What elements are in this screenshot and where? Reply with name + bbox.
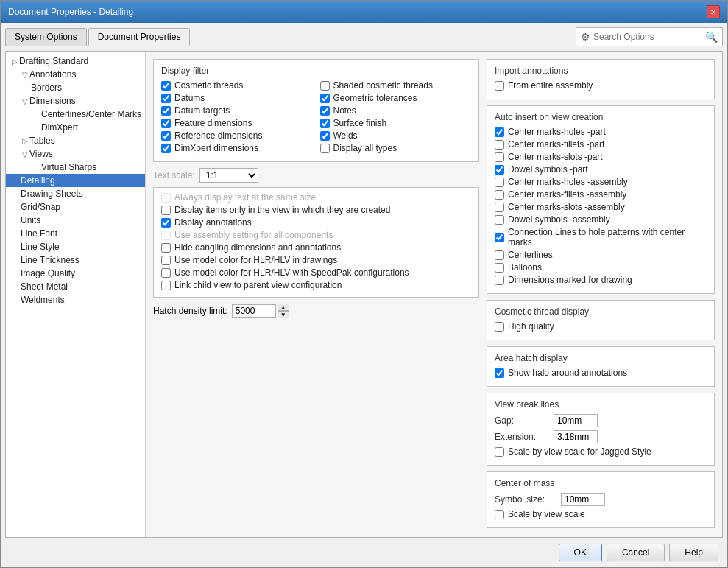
- sidebar-item-centerlines[interactable]: Centerlines/Center Marks: [6, 108, 145, 121]
- checkbox-surface-finish-input[interactable]: [320, 119, 330, 128]
- sidebar-item-sheet-metal[interactable]: Sheet Metal: [6, 280, 145, 293]
- checkbox-shaded-cosmetic-threads-input[interactable]: [320, 81, 330, 91]
- extension-label: Extension:: [495, 432, 554, 442]
- checkbox-scale-by-view-input[interactable]: [495, 510, 504, 519]
- checkbox-balloons: Balloons: [495, 262, 707, 273]
- checkbox-balloons-input[interactable]: [495, 263, 504, 273]
- right-panel: Import annotations From entire assembly …: [487, 59, 715, 530]
- checkbox-use-assembly-setting-input: [161, 231, 171, 240]
- checkbox-reference-dimensions: Reference dimensions: [161, 130, 313, 141]
- ok-button[interactable]: OK: [559, 544, 602, 561]
- sidebar: ▷ Drafting Standard ▽ Annotations Border…: [6, 52, 146, 537]
- checkbox-geometric-tolerances-input[interactable]: [320, 94, 330, 103]
- gap-row: Gap:: [495, 414, 707, 427]
- sidebar-item-views[interactable]: ▽ Views: [6, 147, 145, 161]
- checkbox-connection-lines: Connection Lines to hole patterns with c…: [495, 227, 707, 248]
- checkbox-datum-targets-input[interactable]: [161, 106, 171, 116]
- expand-icon: ▽: [22, 71, 28, 79]
- checkbox-scale-jagged-input[interactable]: [495, 447, 504, 457]
- content-area: ▷ Drafting Standard ▽ Annotations Border…: [5, 51, 723, 538]
- checkbox-show-halo-input[interactable]: [495, 368, 504, 378]
- auto-insert-section: Auto insert on view creation Center mark…: [487, 105, 715, 294]
- checkbox-connection-lines-input[interactable]: [495, 233, 504, 242]
- sidebar-item-line-thickness[interactable]: Line Thickness: [6, 253, 145, 267]
- sidebar-item-units[interactable]: Units: [6, 214, 145, 227]
- sidebar-item-annotations[interactable]: ▽ Annotations: [6, 68, 145, 81]
- checkbox-center-marks-holes-assembly-input[interactable]: [495, 178, 504, 187]
- sidebar-item-tables[interactable]: ▷ Tables: [6, 134, 145, 147]
- area-hatch-display-section: Area hatch display Show halo around anno…: [487, 346, 715, 387]
- symbol-size-input[interactable]: [561, 493, 605, 506]
- sidebar-item-drafting-standard[interactable]: ▷ Drafting Standard: [6, 55, 145, 68]
- sidebar-item-line-style[interactable]: Line Style: [6, 240, 145, 253]
- spinner-up[interactable]: ▲: [278, 304, 289, 311]
- cancel-button[interactable]: Cancel: [607, 544, 665, 561]
- hatch-density-input[interactable]: [232, 304, 276, 318]
- checkbox-dowel-symbols-assembly-input[interactable]: [495, 215, 504, 225]
- sidebar-item-grid-snap[interactable]: Grid/Snap: [6, 200, 145, 214]
- hatch-density-spinner[interactable]: ▲ ▼: [278, 304, 289, 318]
- tab-system-options[interactable]: System Options: [5, 28, 87, 46]
- text-scale-label: Text scale:: [153, 170, 195, 180]
- checkbox-center-marks-holes-part: Center marks-holes -part: [495, 127, 707, 137]
- gear-icon: ⚙: [581, 31, 590, 43]
- checkbox-display-annotations-input[interactable]: [161, 218, 171, 228]
- checkbox-center-marks-fillets-assembly-input[interactable]: [495, 190, 504, 200]
- checkbox-datums-input[interactable]: [161, 94, 171, 103]
- checkbox-display-annotations: Display annotations: [161, 217, 471, 228]
- checkbox-dimensions-marked-input[interactable]: [495, 276, 504, 285]
- checkbox-center-marks-slots-part-input[interactable]: [495, 152, 504, 162]
- display-filter-checkboxes: Cosmetic threads Datums Datum targets: [161, 80, 471, 155]
- checkbox-hide-dangling-input[interactable]: [161, 243, 171, 253]
- sidebar-item-detailing[interactable]: Detailing: [6, 174, 145, 187]
- text-scale-select[interactable]: 1:1 2:1 1:2: [199, 168, 258, 183]
- checkbox-notes-input[interactable]: [320, 106, 330, 116]
- sidebar-item-line-font[interactable]: Line Font: [6, 227, 145, 240]
- checkbox-reference-dimensions-input[interactable]: [161, 131, 171, 141]
- checkbox-always-display-text: Always display text at the same size: [161, 192, 471, 203]
- checkbox-high-quality: High quality: [495, 321, 707, 332]
- import-annotations-section: Import annotations From entire assembly: [487, 59, 715, 99]
- search-input[interactable]: [593, 32, 705, 42]
- checkbox-welds-input[interactable]: [320, 131, 330, 141]
- checkbox-from-entire-assembly-input[interactable]: [495, 81, 504, 91]
- checkbox-center-marks-slots-assembly-input[interactable]: [495, 203, 504, 212]
- checkbox-geometric-tolerances: Geometric tolerances: [320, 93, 472, 103]
- checkbox-high-quality-input[interactable]: [495, 322, 504, 332]
- checkbox-center-marks-holes-part-input[interactable]: [495, 127, 504, 137]
- checkbox-cosmetic-threads-input[interactable]: [161, 81, 171, 91]
- checkbox-display-all-types: Display all types: [320, 143, 472, 153]
- expand-icon: ▽: [22, 97, 28, 105]
- sidebar-item-virtual-sharps[interactable]: Virtual Sharps: [6, 161, 145, 174]
- spinner-down[interactable]: ▼: [278, 311, 289, 318]
- sidebar-item-dimensions[interactable]: ▽ Dimensions: [6, 94, 145, 108]
- sidebar-item-borders[interactable]: Borders: [6, 81, 145, 94]
- help-button[interactable]: Help: [669, 544, 718, 561]
- checkbox-display-items-only: Display items only in the view in which …: [161, 205, 471, 215]
- checkbox-dimxpert-dimensions-input[interactable]: [161, 144, 171, 153]
- checkbox-use-model-color-speedpak: Use model color for HLR/HLV with SpeedPa…: [161, 267, 471, 278]
- checkbox-display-items-only-input[interactable]: [161, 206, 171, 215]
- sidebar-item-weldments[interactable]: Weldments: [6, 293, 145, 306]
- checkbox-link-child-view-input[interactable]: [161, 281, 171, 290]
- left-panel: Display filter Cosmetic threads Datums: [153, 59, 479, 530]
- checkbox-center-marks-fillets-part-input[interactable]: [495, 140, 504, 150]
- sidebar-item-drawing-sheets[interactable]: Drawing Sheets: [6, 187, 145, 200]
- checkbox-dimxpert-dimensions: DimXpert dimensions: [161, 143, 313, 153]
- checkbox-display-all-types-input[interactable]: [320, 144, 330, 153]
- checkbox-dowel-symbols-part-input[interactable]: [495, 165, 504, 175]
- checkbox-center-marks-slots-assembly: Center marks-slots -assembly: [495, 202, 707, 212]
- close-button[interactable]: ✕: [707, 5, 720, 18]
- checkbox-feature-dimensions-input[interactable]: [161, 119, 171, 128]
- sidebar-item-dimxpert[interactable]: DimXpert: [6, 121, 145, 134]
- tab-document-properties[interactable]: Document Properties: [88, 28, 191, 46]
- checkbox-scale-by-view: Scale by view scale: [495, 509, 707, 519]
- extension-input[interactable]: [554, 430, 598, 443]
- gap-input[interactable]: [554, 414, 598, 427]
- sidebar-item-image-quality[interactable]: Image Quality: [6, 267, 145, 280]
- checkbox-show-halo: Show halo around annotations: [495, 368, 707, 378]
- center-of-mass-title: Center of mass: [495, 478, 707, 488]
- checkbox-use-model-color-speedpak-input[interactable]: [161, 268, 171, 278]
- checkbox-centerlines-input[interactable]: [495, 250, 504, 260]
- checkbox-use-model-color-hlr-input[interactable]: [161, 256, 171, 265]
